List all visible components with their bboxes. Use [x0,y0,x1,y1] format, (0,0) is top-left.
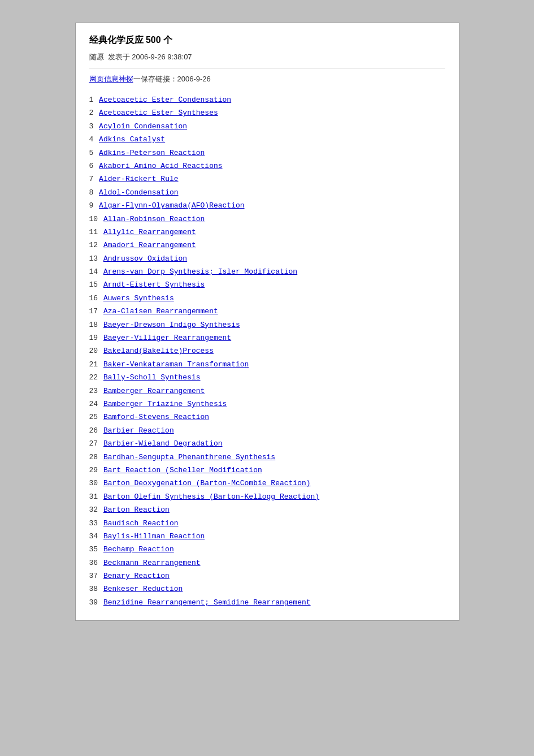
list-item: 4 Adkins Catalyst [89,133,445,146]
item-number: 20 [89,347,102,355]
reaction-link[interactable]: Allylic Rearrangement [103,228,196,236]
reaction-link[interactable]: Aza-Claisen Rearrangemment [103,307,218,316]
item-number: 35 [89,545,102,554]
reaction-link[interactable]: Alder-Rickert Rule [99,175,178,183]
item-number: 17 [89,307,102,316]
item-number: 29 [89,466,102,474]
list-item: 15 Arndt-Eistert Synthesis [89,278,445,291]
reaction-link[interactable]: Barbier-Wieland Degradation [103,439,223,448]
reaction-link[interactable]: Bardhan-Sengupta Phenanthrene Synthesis [103,453,275,461]
reaction-link[interactable]: Bart Reaction (Scheller Modification [103,466,262,474]
reaction-link[interactable]: Acetoacetic Ester Condensation [99,96,231,104]
reaction-link[interactable]: Andrussov Oxidation [103,254,187,263]
item-number: 27 [89,439,102,448]
reaction-link[interactable]: Bally-Scholl Synthesis [103,373,201,382]
reaction-link[interactable]: Acyloin Condensation [99,122,187,131]
list-item: 27 Barbier-Wieland Degradation [89,437,445,450]
save-link-line: 网页信息神探一保存链接：2006-9-26 [89,74,445,84]
save-link[interactable]: 网页信息神探 [89,75,133,83]
item-number: 21 [89,360,102,369]
list-item: 9 Algar-Flynn-Olyamada(AFO)Reaction [89,199,445,212]
reaction-link[interactable]: Amadori Rearrangement [103,241,196,249]
list-item: 1 Acetoacetic Ester Condensation [89,93,445,106]
item-number: 16 [89,294,102,303]
reaction-link[interactable]: Benkeser Reduction [103,585,183,593]
list-item: 7 Alder-Rickert Rule [89,172,445,185]
list-item: 6 Akabori Amino Acid Reactions [89,159,445,172]
list-item: 36 Beckmann Rearrangement [89,556,445,569]
list-item: 20 Bakeland(Bakelite)Process [89,344,445,357]
list-item: 28 Bardhan-Sengupta Phenanthrene Synthes… [89,451,445,464]
item-number: 19 [89,334,102,342]
list-item: 18 Baeyer-Drewson Indigo Synthesis [89,318,445,331]
list-item: 23 Bamberger Rearrangement [89,385,445,398]
post-meta: 随愿 发表于 2006-9-26 9:38:07 [89,52,445,68]
reaction-link[interactable]: Barton Reaction [103,506,170,514]
item-number: 30 [89,479,102,487]
reaction-link[interactable]: Algar-Flynn-Olyamada(AFO)Reaction [99,201,244,210]
reaction-link[interactable]: Auwers Synthesis [103,294,174,303]
save-link-suffix: 一保存链接：2006-9-26 [133,75,211,83]
reactions-list: 1 Acetoacetic Ester Condensation2 Acetoa… [89,93,445,609]
reaction-link[interactable]: Baudisch Reaction [103,519,179,528]
reaction-link[interactable]: Baeyer-Drewson Indigo Synthesis [103,321,240,329]
item-number: 38 [89,585,102,593]
item-number: 14 [89,267,102,276]
item-number: 7 [89,175,98,183]
item-number: 15 [89,280,102,289]
item-number: 18 [89,321,102,329]
reaction-link[interactable]: Benzidine Rearrangement; Semidine Rearra… [103,598,311,607]
reaction-link[interactable]: Bamford-Stevens Reaction [103,413,209,421]
item-number: 36 [89,559,102,567]
reaction-link[interactable]: Baeyer-Villiger Rearrangement [103,334,231,342]
reaction-link[interactable]: Barton Deoxygenation (Barton-McCombie Re… [103,479,311,487]
reaction-link[interactable]: Barton Olefin Synthesis (Barton-Kellogg … [103,493,319,501]
list-item: 30 Barton Deoxygenation (Barton-McCombie… [89,477,445,490]
item-number: 26 [89,426,102,435]
reaction-link[interactable]: Adkins Catalyst [99,135,165,144]
list-item: 17 Aza-Claisen Rearrangemment [89,305,445,318]
list-item: 34 Baylis-Hillman Reaction [89,530,445,543]
reaction-link[interactable]: Bechamp Reaction [103,545,174,554]
reaction-link[interactable]: Akabori Amino Acid Reactions [99,162,222,170]
item-number: 4 [89,135,98,144]
reaction-link[interactable]: Bakeland(Bakelite)Process [103,347,214,355]
post-title: 经典化学反应 500 个 [89,34,445,46]
reaction-link[interactable]: Acetoacetic Ester Syntheses [99,109,218,117]
list-item: 26 Barbier Reaction [89,424,445,437]
reaction-link[interactable]: Allan-Robinson Reaction [103,215,205,223]
list-item: 11 Allylic Rearrangement [89,226,445,239]
post-author: 随愿 [89,53,104,61]
reaction-link[interactable]: Benary Reaction [103,572,170,580]
item-number: 13 [89,254,102,263]
item-number: 2 [89,109,98,117]
reaction-link[interactable]: Arndt-Eistert Synthesis [103,280,205,289]
reaction-link[interactable]: Adkins-Peterson Reaction [99,149,205,157]
list-item: 24 Bamberger Triazine Synthesis [89,398,445,411]
list-item: 37 Benary Reaction [89,569,445,582]
list-item: 25 Bamford-Stevens Reaction [89,411,445,424]
list-item: 32 Barton Reaction [89,503,445,516]
item-number: 25 [89,413,102,421]
list-item: 14 Arens-van Dorp Synthesis; Isler Modif… [89,265,445,278]
reaction-link[interactable]: Baker-Venkataraman Transformation [103,360,249,369]
reaction-link[interactable]: Beckmann Rearrangement [103,559,201,567]
item-number: 39 [89,598,102,607]
list-item: 35 Bechamp Reaction [89,543,445,556]
list-item: 2 Acetoacetic Ester Syntheses [89,106,445,119]
reaction-link[interactable]: Bamberger Rearrangement [103,387,205,395]
item-number: 32 [89,506,102,514]
list-item: 33 Baudisch Reaction [89,517,445,530]
item-number: 28 [89,453,102,461]
reaction-link[interactable]: Arens-van Dorp Synthesis; Isler Modifica… [103,267,297,276]
item-number: 23 [89,387,102,395]
item-number: 12 [89,241,102,249]
reaction-link[interactable]: Barbier Reaction [103,426,174,435]
item-number: 22 [89,373,102,382]
list-item: 5 Adkins-Peterson Reaction [89,146,445,159]
item-number: 9 [89,201,98,210]
reaction-link[interactable]: Aldol-Condensation [99,188,178,197]
reaction-link[interactable]: Bamberger Triazine Synthesis [103,400,227,408]
reaction-link[interactable]: Baylis-Hillman Reaction [103,532,205,541]
list-item: 10 Allan-Robinson Reaction [89,213,445,226]
